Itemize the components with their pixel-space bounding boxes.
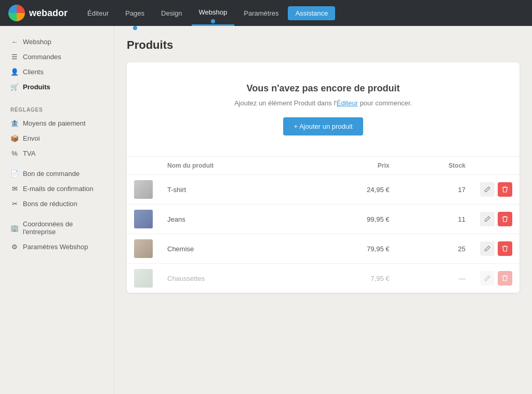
product-actions-cell: [473, 205, 520, 234]
edit-product-button[interactable]: [480, 241, 495, 256]
product-thumb-cell: [127, 264, 160, 293]
pages-dot: [133, 26, 137, 30]
nav-webshop[interactable]: Webshop: [192, 0, 235, 26]
product-thumb-cell: [127, 205, 160, 234]
product-actions-cell: [473, 175, 520, 205]
sidebar-item-produits[interactable]: 🛒 Produits: [0, 79, 114, 94]
product-thumb-cell: [127, 175, 160, 205]
main-content: Produits Vous n'avez pas encore de produ…: [114, 26, 532, 394]
product-stock-cell: —: [396, 264, 473, 293]
product-thumbnail: [134, 269, 153, 288]
produits-icon: 🛒: [10, 83, 19, 91]
trash-icon: [502, 275, 508, 282]
product-thumbnail: [134, 239, 153, 258]
product-stock-cell: 17: [396, 175, 473, 205]
sidebar-item-moyens-paiement[interactable]: 🏦 Moyens de paiement: [0, 116, 114, 131]
bon-commande-icon: 📄: [10, 170, 19, 178]
edit-icon: [484, 215, 491, 223]
logo[interactable]: webador: [8, 5, 68, 21]
product-price-cell: 24,95 €: [307, 175, 396, 205]
clients-icon: 👤: [10, 68, 19, 76]
product-name-cell: Jeans: [160, 205, 307, 234]
parametres-webshop-icon: ⚙: [10, 243, 19, 251]
nav-design[interactable]: Design: [154, 0, 189, 26]
products-table: Nom du produit Prix Stock T-shirt 24,95 …: [127, 157, 520, 293]
sidebar-item-webshop-back[interactable]: ← Webshop: [0, 34, 114, 49]
sidebar-item-coordonnees[interactable]: 🏢 Coordonnées de l'entreprise: [0, 216, 114, 239]
product-thumbnail: [134, 180, 153, 199]
delete-product-button[interactable]: [498, 271, 512, 286]
tva-icon: %: [10, 150, 19, 157]
sidebar-item-emails-confirmation[interactable]: ✉ E-mails de confirmation: [0, 181, 114, 196]
trash-icon: [502, 215, 508, 223]
coordonnees-icon: 🏢: [10, 224, 19, 232]
page-layout: ← Webshop ☰ Commandes 👤 Clients 🛒 Produi…: [0, 26, 532, 394]
empty-state: Vous n'avez pas encore de produit Ajoute…: [127, 62, 520, 157]
paiement-icon: 🏦: [10, 119, 19, 127]
table-header-row: Nom du produit Prix Stock: [127, 157, 520, 175]
commandes-icon: ☰: [10, 53, 19, 61]
back-icon: ←: [10, 38, 19, 46]
top-navigation: webador Éditeur Pages Design Webshop Par…: [0, 0, 532, 26]
envoi-icon: 📦: [10, 134, 19, 142]
page-title: Produits: [127, 38, 520, 52]
col-price: Prix: [307, 157, 396, 175]
product-stock-cell: 11: [396, 205, 473, 234]
table-row: Chaussettes 7,95 € —: [127, 264, 520, 293]
email-icon: ✉: [10, 185, 19, 193]
sidebar: ← Webshop ☰ Commandes 👤 Clients 🛒 Produi…: [0, 26, 114, 394]
col-actions: [473, 157, 520, 175]
nav-pages[interactable]: Pages: [118, 0, 152, 26]
settings-section-label: RÉGLAGES: [0, 100, 114, 116]
sidebar-item-envoi[interactable]: 📦 Envoi: [0, 131, 114, 146]
trash-icon: [502, 186, 508, 193]
sidebar-item-bons-reduction[interactable]: ✂ Bons de réduction: [0, 196, 114, 211]
product-thumbnail: [134, 210, 153, 228]
editeur-link[interactable]: Éditeur: [337, 99, 358, 107]
product-name-cell: T-shirt: [160, 175, 307, 205]
empty-state-description: Ajoutez un élément Produit dans l'Éditeu…: [137, 99, 509, 107]
delete-product-button[interactable]: [498, 241, 512, 256]
edit-icon: [484, 245, 491, 252]
col-name: Nom du produit: [160, 157, 307, 175]
sidebar-item-bon-commande[interactable]: 📄 Bon de commande: [0, 166, 114, 181]
col-thumb: [127, 157, 160, 175]
edit-product-button[interactable]: [480, 271, 495, 286]
product-stock-cell: 25: [396, 234, 473, 264]
product-thumb-cell: [127, 234, 160, 264]
delete-product-button[interactable]: [498, 182, 512, 197]
trash-icon: [502, 245, 508, 252]
reduction-icon: ✂: [10, 200, 19, 208]
edit-product-button[interactable]: [480, 182, 495, 197]
table-row: Jeans 99,95 € 11: [127, 205, 520, 234]
col-stock: Stock: [396, 157, 473, 175]
edit-product-button[interactable]: [480, 212, 495, 226]
product-name-cell: Chemise: [160, 234, 307, 264]
products-card: Vous n'avez pas encore de produit Ajoute…: [127, 62, 520, 293]
logo-icon: [8, 5, 25, 21]
nav-parametres[interactable]: Paramètres: [236, 0, 286, 26]
product-price-cell: 7,95 €: [307, 264, 396, 293]
product-actions-cell: [473, 234, 520, 264]
sidebar-item-commandes[interactable]: ☰ Commandes: [0, 49, 114, 64]
sidebar-item-tva[interactable]: % TVA: [0, 146, 114, 161]
add-product-button[interactable]: + Ajouter un produit: [283, 117, 363, 135]
table-row: Chemise 79,95 € 25: [127, 234, 520, 264]
sidebar-item-parametres-webshop[interactable]: ⚙ Paramètres Webshop: [0, 239, 114, 254]
nav-assistance[interactable]: Assistance: [288, 6, 335, 20]
product-price-cell: 79,95 €: [307, 234, 396, 264]
product-name-cell: Chaussettes: [160, 264, 307, 293]
sidebar-item-clients[interactable]: 👤 Clients: [0, 64, 114, 79]
product-price-cell: 99,95 €: [307, 205, 396, 234]
nav-items: Éditeur Pages Design Webshop Paramètres …: [80, 0, 335, 26]
edit-icon: [484, 275, 491, 282]
nav-editeur[interactable]: Éditeur: [80, 0, 116, 26]
logo-text: webador: [29, 8, 68, 19]
empty-state-title: Vous n'avez pas encore de produit: [137, 83, 509, 94]
table-row: T-shirt 24,95 € 17: [127, 175, 520, 205]
edit-icon: [484, 186, 491, 193]
delete-product-button[interactable]: [498, 212, 512, 226]
product-actions-cell: [473, 264, 520, 293]
